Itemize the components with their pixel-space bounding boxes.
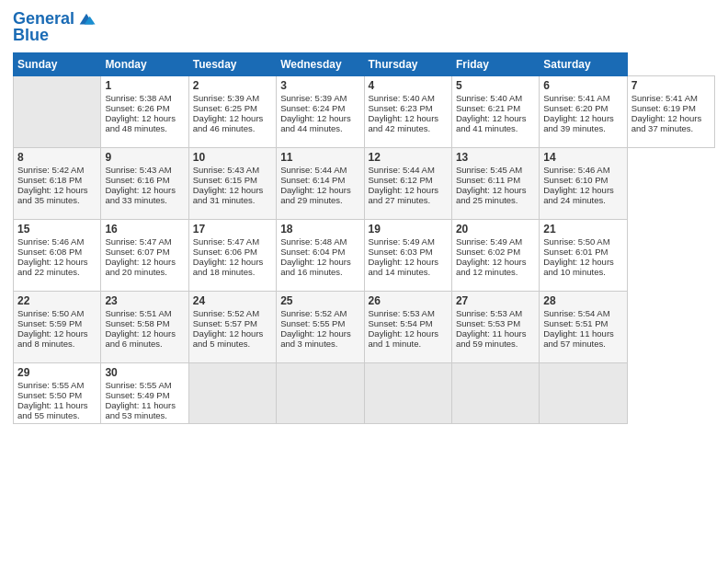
calendar-cell: 5Sunrise: 5:40 AMSunset: 6:21 PMDaylight… — [451, 76, 539, 148]
day-number: 17 — [193, 223, 272, 236]
logo: General Blue — [13, 9, 97, 45]
day-number: 8 — [17, 151, 97, 164]
cell-text: and 12 minutes. — [456, 267, 535, 277]
calendar-cell — [188, 363, 276, 424]
calendar-cell: 10Sunrise: 5:43 AMSunset: 6:15 PMDayligh… — [188, 148, 276, 220]
cell-text: Sunrise: 5:53 AM — [456, 308, 535, 318]
cell-text: Sunrise: 5:43 AM — [193, 165, 272, 175]
logo-icon — [76, 9, 97, 29]
calendar-cell: 8Sunrise: 5:42 AMSunset: 6:18 PMDaylight… — [14, 148, 101, 220]
calendar-cell: 6Sunrise: 5:41 AMSunset: 6:20 PMDaylight… — [540, 76, 627, 148]
cell-text: Daylight: 12 hours — [543, 185, 622, 195]
cell-text: Daylight: 12 hours — [456, 257, 535, 267]
cell-text: Daylight: 12 hours — [105, 328, 184, 339]
cell-text: and 16 minutes. — [280, 267, 359, 277]
day-number: 12 — [369, 151, 448, 164]
calendar-cell: 26Sunrise: 5:53 AMSunset: 5:54 PMDayligh… — [364, 292, 451, 363]
calendar-cell: 1Sunrise: 5:38 AMSunset: 6:26 PMDaylight… — [101, 76, 188, 148]
calendar-week-row: 15Sunrise: 5:46 AMSunset: 6:08 PMDayligh… — [14, 220, 715, 292]
day-number: 29 — [17, 366, 97, 379]
cell-text: Daylight: 12 hours — [631, 113, 711, 123]
day-number: 14 — [543, 151, 622, 164]
cell-text: Sunset: 6:24 PM — [280, 103, 359, 113]
cell-text: Sunset: 6:20 PM — [543, 103, 622, 113]
cell-text: Daylight: 12 hours — [193, 185, 272, 195]
cell-text: Daylight: 12 hours — [193, 113, 272, 123]
cell-text: and 14 minutes. — [369, 267, 448, 277]
calendar-week-row: 29Sunrise: 5:55 AMSunset: 5:50 PMDayligh… — [14, 363, 715, 424]
calendar-day-header: Thursday — [364, 53, 451, 76]
cell-text: Sunset: 6:06 PM — [193, 247, 272, 257]
cell-text: Sunrise: 5:47 AM — [193, 236, 272, 247]
cell-text: Sunrise: 5:53 AM — [369, 308, 448, 318]
day-number: 26 — [369, 294, 448, 307]
calendar-cell: 23Sunrise: 5:51 AMSunset: 5:58 PMDayligh… — [101, 292, 188, 363]
day-number: 21 — [543, 223, 622, 236]
cell-text: Daylight: 11 hours — [543, 328, 622, 339]
cell-text: and 55 minutes. — [17, 410, 97, 420]
cell-text: and 22 minutes. — [17, 267, 97, 277]
cell-text: Sunset: 5:54 PM — [369, 318, 448, 328]
cell-text: Daylight: 12 hours — [193, 328, 272, 339]
calendar-day-header: Saturday — [540, 53, 627, 76]
cell-text: Sunset: 5:58 PM — [105, 318, 184, 328]
cell-text: and 31 minutes. — [193, 195, 272, 205]
calendar-cell — [540, 363, 627, 424]
calendar-cell: 29Sunrise: 5:55 AMSunset: 5:50 PMDayligh… — [14, 363, 101, 424]
cell-text: Sunrise: 5:44 AM — [280, 165, 359, 175]
calendar-cell: 15Sunrise: 5:46 AMSunset: 6:08 PMDayligh… — [14, 220, 101, 292]
cell-text: and 18 minutes. — [193, 267, 272, 277]
calendar-cell: 3Sunrise: 5:39 AMSunset: 6:24 PMDaylight… — [277, 76, 364, 148]
calendar-cell: 25Sunrise: 5:52 AMSunset: 5:55 PMDayligh… — [277, 292, 364, 363]
day-number: 19 — [369, 223, 448, 236]
cell-text: Sunrise: 5:49 AM — [369, 236, 448, 247]
day-number: 10 — [193, 151, 272, 164]
cell-text: and 57 minutes. — [543, 339, 622, 349]
calendar-cell — [364, 363, 451, 424]
cell-text: Sunrise: 5:39 AM — [280, 93, 359, 103]
cell-text: and 42 minutes. — [369, 123, 448, 133]
calendar-cell: 11Sunrise: 5:44 AMSunset: 6:14 PMDayligh… — [277, 148, 364, 220]
cell-text: Sunrise: 5:49 AM — [456, 236, 535, 247]
cell-text: Daylight: 12 hours — [105, 113, 184, 123]
calendar-cell: 21Sunrise: 5:50 AMSunset: 6:01 PMDayligh… — [540, 220, 627, 292]
day-number: 3 — [280, 79, 359, 92]
cell-text: Sunset: 6:01 PM — [543, 247, 622, 257]
cell-text: and 59 minutes. — [456, 339, 535, 349]
cell-text: and 20 minutes. — [105, 267, 184, 277]
day-number: 23 — [105, 294, 184, 307]
cell-text: Sunrise: 5:46 AM — [543, 165, 622, 175]
day-number: 7 — [631, 79, 711, 92]
day-number: 28 — [543, 294, 622, 307]
cell-text: Daylight: 12 hours — [369, 257, 448, 267]
cell-text: Daylight: 12 hours — [17, 257, 97, 267]
calendar-cell: 16Sunrise: 5:47 AMSunset: 6:07 PMDayligh… — [101, 220, 188, 292]
cell-text: Sunset: 6:10 PM — [543, 175, 622, 185]
calendar: SundayMondayTuesdayWednesdayThursdayFrid… — [13, 52, 715, 424]
cell-text: Daylight: 12 hours — [369, 113, 448, 123]
calendar-cell: 22Sunrise: 5:50 AMSunset: 5:59 PMDayligh… — [14, 292, 101, 363]
day-number: 30 — [105, 366, 184, 379]
cell-text: Daylight: 12 hours — [543, 113, 622, 123]
calendar-cell: 24Sunrise: 5:52 AMSunset: 5:57 PMDayligh… — [188, 292, 276, 363]
cell-text: and 44 minutes. — [280, 123, 359, 133]
cell-text: and 8 minutes. — [17, 339, 97, 349]
cell-text: Sunset: 6:18 PM — [17, 175, 97, 185]
cell-text: Sunset: 6:19 PM — [631, 103, 711, 113]
day-number: 18 — [280, 223, 359, 236]
cell-text: Daylight: 12 hours — [543, 257, 622, 267]
cell-text: Sunset: 6:08 PM — [17, 247, 97, 257]
cell-text: Sunset: 6:16 PM — [105, 175, 184, 185]
cell-text: and 3 minutes. — [280, 339, 359, 349]
calendar-week-row: 1Sunrise: 5:38 AMSunset: 6:26 PMDaylight… — [14, 76, 715, 148]
calendar-cell: 17Sunrise: 5:47 AMSunset: 6:06 PMDayligh… — [188, 220, 276, 292]
cell-text: Daylight: 12 hours — [193, 257, 272, 267]
cell-text: and 41 minutes. — [456, 123, 535, 133]
cell-text: Sunset: 5:53 PM — [456, 318, 535, 328]
calendar-cell: 2Sunrise: 5:39 AMSunset: 6:25 PMDaylight… — [188, 76, 276, 148]
cell-text: Sunrise: 5:46 AM — [17, 236, 97, 247]
day-number: 15 — [17, 223, 97, 236]
cell-text: and 33 minutes. — [105, 195, 184, 205]
cell-text: and 5 minutes. — [193, 339, 272, 349]
cell-text: Sunrise: 5:44 AM — [369, 165, 448, 175]
